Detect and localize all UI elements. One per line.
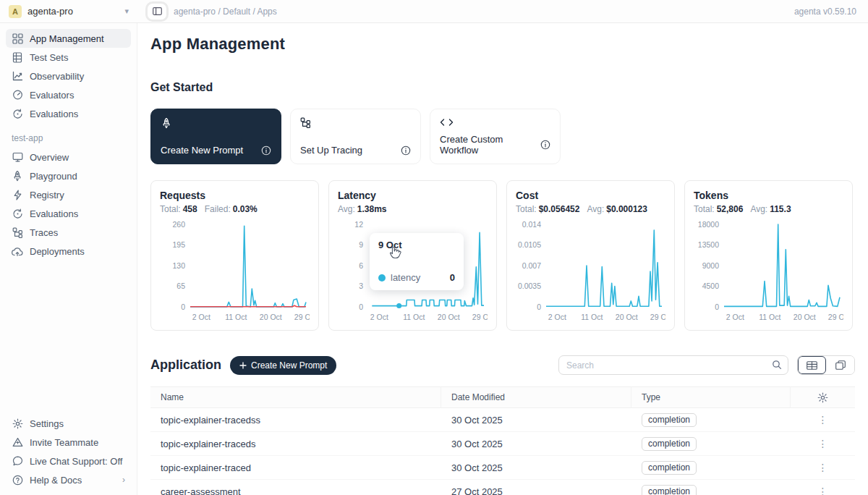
sidebar-item-label: Test Sets bbox=[30, 52, 68, 63]
chart-title: Requests bbox=[160, 190, 310, 201]
sidebar-item-label: App Management bbox=[30, 33, 104, 44]
svg-text:18000: 18000 bbox=[698, 220, 719, 229]
svg-text:0.007: 0.007 bbox=[522, 261, 541, 270]
table-header-row: NameDate ModifiedType bbox=[150, 387, 855, 408]
tooltip-date: 9 Oct bbox=[378, 240, 455, 250]
sidebar-item-label: Help & Docs bbox=[30, 475, 82, 486]
row-actions-kebab-icon[interactable]: ⋮ bbox=[812, 414, 834, 426]
sidebar-item-label: Deployments bbox=[30, 246, 85, 257]
sidebar-item-app-management[interactable]: App Management bbox=[6, 29, 131, 48]
info-icon[interactable] bbox=[261, 145, 271, 156]
svg-text:29 Oct: 29 Oct bbox=[828, 313, 843, 321]
app-name-cell: topic-explainer-traced bbox=[150, 456, 441, 479]
type-badge: completion bbox=[642, 437, 697, 451]
svg-text:9000: 9000 bbox=[702, 261, 720, 270]
topbar: A agenta-pro ▾ agenta-pro / Default / Ap… bbox=[0, 0, 868, 23]
table-view-button[interactable] bbox=[798, 356, 826, 374]
table-settings-gear-icon[interactable] bbox=[817, 392, 828, 403]
svg-text:130: 130 bbox=[172, 261, 185, 270]
sidebar-item-playground[interactable]: Playground bbox=[6, 166, 131, 185]
sidebar-item-help-docs[interactable]: Help & Docs› bbox=[6, 470, 131, 489]
get-started-card-create-new-prompt[interactable]: Create New Prompt bbox=[150, 109, 281, 164]
svg-text:0.0105: 0.0105 bbox=[518, 240, 541, 249]
svg-text:20 Oct: 20 Oct bbox=[616, 313, 638, 321]
svg-text:20 Oct: 20 Oct bbox=[438, 313, 460, 321]
chart-stat: Total:$0.056452 bbox=[516, 204, 579, 214]
app-name-cell: topic-explainer-traceds bbox=[150, 432, 441, 455]
breadcrumb[interactable]: agenta-pro / Default / Apps bbox=[174, 7, 277, 17]
svg-text:11 Oct: 11 Oct bbox=[403, 313, 425, 321]
search-input[interactable] bbox=[558, 355, 788, 375]
sidebar-item-test-sets[interactable]: Test Sets bbox=[6, 48, 131, 67]
row-actions-kebab-icon[interactable]: ⋮ bbox=[812, 438, 834, 449]
sidebar-item-traces[interactable]: Traces bbox=[6, 223, 131, 242]
sidebar-item-live-chat-support-off[interactable]: Live Chat Support: Off bbox=[6, 452, 131, 470]
chart-stat: Total:52,806 bbox=[694, 204, 743, 214]
series-failed bbox=[190, 305, 306, 307]
sidebar-item-invite-teammate[interactable]: Invite Teammate bbox=[6, 433, 131, 452]
type-badge: completion bbox=[642, 461, 697, 475]
svg-text:65: 65 bbox=[176, 282, 185, 290]
sidebar-item-settings[interactable]: Settings bbox=[6, 414, 131, 433]
date-modified-cell: 30 Oct 2025 bbox=[441, 456, 631, 479]
svg-text:2 Oct: 2 Oct bbox=[370, 313, 388, 321]
sidebar-item-evaluations[interactable]: Evaluations bbox=[6, 204, 131, 223]
chart-stats: Total:$0.056452Avg:$0.000123 bbox=[516, 204, 665, 214]
workspace-selector[interactable]: A agenta-pro ▾ bbox=[0, 5, 137, 18]
requests-chart[interactable]: 0651301952602 Oct11 Oct20 Oct29 Oct bbox=[160, 219, 310, 327]
table-icon bbox=[12, 51, 23, 63]
page-title: App Management bbox=[150, 35, 855, 54]
code-icon bbox=[440, 117, 453, 130]
svg-text:0: 0 bbox=[715, 302, 719, 311]
date-modified-cell: 30 Oct 2025 bbox=[441, 432, 631, 455]
chart-stat: Avg:115.3 bbox=[750, 204, 791, 214]
table-row[interactable]: topic-explainer-traced30 Oct 2025complet… bbox=[150, 456, 855, 480]
get-started-card-set-up-tracing[interactable]: Set Up Tracing bbox=[290, 109, 421, 164]
plus-icon bbox=[239, 362, 247, 369]
row-actions-kebab-icon[interactable]: ⋮ bbox=[812, 486, 834, 495]
sidebar-item-observability[interactable]: Observability bbox=[6, 67, 131, 85]
column-header-type: Type bbox=[631, 387, 791, 407]
row-actions-kebab-icon[interactable]: ⋮ bbox=[812, 462, 834, 473]
series-dot-icon bbox=[378, 274, 386, 282]
card-view-button[interactable] bbox=[826, 356, 854, 374]
column-header-name: Name bbox=[150, 387, 441, 407]
chart-tooltip: 9 Octlatency0 bbox=[370, 233, 464, 290]
workspace-avatar: A bbox=[9, 5, 22, 18]
chart-stat: Total:458 bbox=[160, 204, 197, 214]
tokens-chart[interactable]: 04500900013500180002 Oct11 Oct20 Oct29 O… bbox=[694, 219, 843, 327]
sidebar-app-section-label: test-app bbox=[12, 133, 125, 143]
table-body: topic-explainer-tracedss30 Oct 2025compl… bbox=[150, 408, 855, 495]
svg-text:260: 260 bbox=[172, 220, 185, 229]
table-row[interactable]: topic-explainer-traceds30 Oct 2025comple… bbox=[150, 432, 855, 456]
column-header-date-modified: Date Modified bbox=[441, 387, 631, 407]
chevron-down-icon: ▾ bbox=[124, 7, 129, 16]
info-icon[interactable] bbox=[401, 145, 411, 156]
sidebar-footer-nav: SettingsInvite TeammateLive Chat Support… bbox=[6, 414, 131, 489]
info-icon[interactable] bbox=[540, 140, 550, 150]
svg-text:9: 9 bbox=[359, 240, 363, 249]
create-new-prompt-button[interactable]: Create New Prompt bbox=[230, 356, 336, 375]
invite-icon bbox=[12, 436, 23, 448]
table-row[interactable]: career-assessment27 Oct 2025completion⋮ bbox=[150, 480, 855, 495]
card-view-icon bbox=[835, 360, 846, 370]
sidebar-item-deployments[interactable]: Deployments bbox=[6, 242, 131, 261]
table-row[interactable]: topic-explainer-tracedss30 Oct 2025compl… bbox=[150, 408, 855, 432]
sidebar-item-evaluations[interactable]: Evaluations bbox=[6, 104, 131, 123]
sidebar-item-evaluators[interactable]: Evaluators bbox=[6, 85, 131, 104]
svg-text:2 Oct: 2 Oct bbox=[726, 313, 744, 321]
chart-title: Latency bbox=[338, 190, 488, 201]
svg-text:0: 0 bbox=[537, 302, 541, 311]
get-started-card-create-custom-workflow[interactable]: Create Custom Workflow bbox=[430, 109, 561, 164]
cost-chart[interactable]: 00.00350.0070.01050.0142 Oct11 Oct20 Oct… bbox=[516, 219, 665, 327]
sidebar-toggle-button[interactable] bbox=[148, 4, 166, 20]
search-icon[interactable] bbox=[772, 360, 782, 373]
chart-stats: Total:458Failed:0.03% bbox=[160, 204, 310, 214]
sidebar-item-label: Invite Teammate bbox=[30, 437, 98, 448]
series-tokens bbox=[724, 224, 840, 306]
sidebar-item-overview[interactable]: Overview bbox=[6, 148, 131, 166]
sidebar-item-label: Settings bbox=[30, 418, 64, 429]
sidebar-item-registry[interactable]: Registry bbox=[6, 185, 131, 204]
sidebar-item-label: Observability bbox=[30, 71, 84, 82]
sidebar-item-label: Evaluators bbox=[30, 90, 74, 101]
